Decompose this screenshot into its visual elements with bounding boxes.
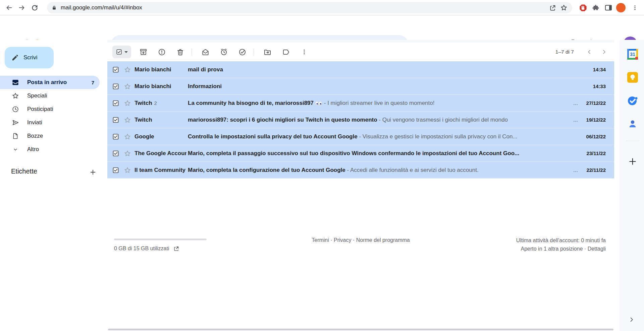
sidebar-item-more[interactable]: Altro xyxy=(0,143,100,156)
email-row[interactable]: Google Controlla le impostazioni sulla p… xyxy=(107,128,614,145)
share-button[interactable] xyxy=(547,2,558,13)
browser-menu-button[interactable] xyxy=(629,2,641,13)
activity-line2[interactable]: Aperto in 1 altra posizione · Dettagli xyxy=(516,245,606,253)
trash-icon xyxy=(176,48,184,56)
sidebar-item-snoozed[interactable]: Posticipati xyxy=(0,103,100,116)
browser-profile-avatar[interactable] xyxy=(616,3,626,12)
sidebar-item-label: Posta in arrivo xyxy=(27,79,67,86)
select-dropdown-caret-icon[interactable] xyxy=(124,51,128,53)
email-subject-cell: mail di prova xyxy=(188,66,568,73)
adblock-extension-button[interactable] xyxy=(577,2,589,13)
address-bar[interactable]: mail.google.com/mail/u/4/#inbox xyxy=(47,2,572,13)
hide-side-panel-button[interactable] xyxy=(627,315,637,325)
sidebar-item-sent[interactable]: Inviati xyxy=(0,116,100,129)
email-sender: Google xyxy=(135,133,186,140)
move-to-button[interactable] xyxy=(259,44,275,60)
select-all-button[interactable] xyxy=(112,46,131,58)
row-checkbox-checked[interactable] xyxy=(112,133,119,140)
pagination-range: 1–7 di 7 xyxy=(555,49,574,55)
share-icon xyxy=(549,4,556,11)
row-star-button[interactable] xyxy=(124,167,131,174)
browser-reload-button[interactable] xyxy=(29,2,40,13)
email-row[interactable]: Mario bianchi Informazioni 14:33 xyxy=(107,78,614,95)
checkbox-checked-icon xyxy=(116,49,122,55)
report-spam-icon xyxy=(158,48,166,56)
older-page-button[interactable] xyxy=(597,45,611,59)
subject-snippet-separator: - xyxy=(322,100,327,106)
email-sender: Mario bianchi xyxy=(135,66,186,73)
chevron-right-icon xyxy=(628,316,635,323)
report-spam-button[interactable] xyxy=(154,44,170,60)
email-snippet: Visualizza e gestisci le impostazioni su… xyxy=(363,133,518,140)
label-button[interactable] xyxy=(278,44,294,60)
row-star-button[interactable] xyxy=(124,83,131,90)
row-star-button[interactable] xyxy=(124,133,131,140)
contacts-panel-button[interactable] xyxy=(627,118,638,130)
archive-button[interactable] xyxy=(135,44,151,60)
email-sender: Twitch xyxy=(135,117,186,123)
chevron-down-icon xyxy=(11,146,19,152)
email-list: Mario bianchi mail di prova 14:34 Mario … xyxy=(107,61,614,179)
create-label-button[interactable] xyxy=(87,166,99,178)
side-panel-toggle-button[interactable] xyxy=(603,2,614,13)
horizontal-scrollbar[interactable] xyxy=(108,329,613,330)
lock-icon xyxy=(52,5,57,11)
browser-back-button[interactable] xyxy=(3,2,15,13)
tasks-panel-button[interactable] xyxy=(627,95,638,107)
vertical-dots-icon xyxy=(301,49,308,55)
row-star-button[interactable] xyxy=(124,100,131,107)
email-row[interactable]: Twitch mariorossi897: scopri i 6 giochi … xyxy=(107,112,614,128)
move-to-folder-icon xyxy=(264,48,271,56)
keep-panel-button[interactable] xyxy=(627,72,638,83)
add-to-tasks-button[interactable] xyxy=(234,44,250,60)
get-addons-button[interactable] xyxy=(627,156,638,167)
row-star-button[interactable] xyxy=(124,66,131,73)
extensions-button[interactable] xyxy=(590,2,601,13)
email-row[interactable]: Il team Community d. Mario, completa la … xyxy=(107,162,614,179)
email-snippet: Accedi alle funzionalità e ai servizi de… xyxy=(350,167,479,173)
row-star-button[interactable] xyxy=(124,116,131,124)
sidebar-item-label: Inviati xyxy=(27,119,42,126)
email-row[interactable]: Mario bianchi mail di prova 14:34 xyxy=(107,61,614,78)
url-text[interactable]: mail.google.com/mail/u/4/#inbox xyxy=(61,4,547,11)
email-date: 14:33 xyxy=(583,83,614,89)
email-more-ellipsis: ... xyxy=(568,167,583,174)
compose-button[interactable]: Scrivi xyxy=(5,47,54,68)
delete-button[interactable] xyxy=(172,44,188,60)
bookmark-button[interactable] xyxy=(558,2,570,13)
subject-snippet-separator: - xyxy=(358,133,363,140)
sidebar-item-starred[interactable]: Speciali xyxy=(0,89,100,103)
sidebar-item-label: Altro xyxy=(27,146,39,153)
email-row[interactable]: The Google Account . Mario, completa il … xyxy=(107,145,614,162)
subject-snippet-separator: - xyxy=(377,117,382,123)
external-link-icon[interactable] xyxy=(173,246,179,252)
email-date: 23/11/22 xyxy=(583,150,614,156)
row-checkbox-checked[interactable] xyxy=(112,66,119,73)
sidebar-item-drafts[interactable]: Bozze xyxy=(0,129,100,143)
email-snippet: I migliori streamer live in questo momen… xyxy=(327,100,434,106)
row-checkbox-checked[interactable] xyxy=(112,100,119,107)
email-row[interactable]: Twitch2 La community ha bisogno di te, m… xyxy=(107,95,614,112)
newer-page-button[interactable] xyxy=(582,45,597,59)
sidebar-item-inbox[interactable]: Posta in arrivo 7 xyxy=(0,76,100,89)
snooze-button[interactable] xyxy=(216,44,232,60)
inbox-count-badge: 7 xyxy=(92,80,94,85)
row-checkbox-checked[interactable] xyxy=(112,167,119,174)
row-checkbox-checked[interactable] xyxy=(112,83,119,90)
email-sender: Mario bianchi xyxy=(135,83,186,90)
back-arrow-icon xyxy=(5,4,13,11)
email-subject-cell: Controlla le impostazioni sulla privacy … xyxy=(188,133,568,140)
eyes-emoji-icon xyxy=(315,101,322,106)
browser-toolbar: mail.google.com/mail/u/4/#inbox xyxy=(0,0,644,15)
row-checkbox-checked[interactable] xyxy=(112,117,119,123)
email-sender: Il team Community d. xyxy=(135,167,186,174)
row-checkbox-checked[interactable] xyxy=(112,150,119,157)
browser-forward-button[interactable] xyxy=(16,2,28,13)
more-actions-button[interactable] xyxy=(296,44,312,60)
calendar-panel-button[interactable]: 31 xyxy=(627,49,638,60)
email-subject-cell: La community ha bisogno di te, marioross… xyxy=(188,100,568,107)
row-star-button[interactable] xyxy=(124,150,131,157)
mark-as-read-button[interactable] xyxy=(197,44,213,60)
inbox-icon xyxy=(11,79,19,86)
plus-icon xyxy=(89,169,97,176)
